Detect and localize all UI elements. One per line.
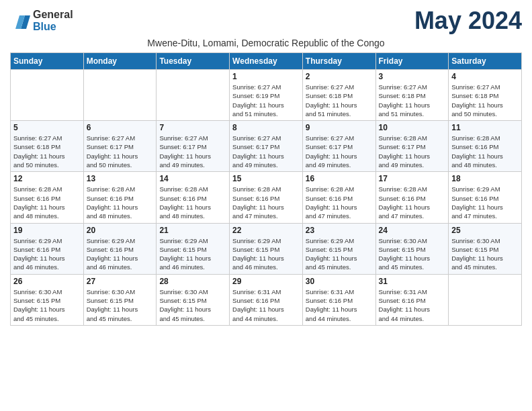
calendar-cell: 5Sunrise: 6:27 AM Sunset: 6:18 PM Daylig… (11, 121, 84, 172)
calendar-week-5: 26Sunrise: 6:30 AM Sunset: 6:15 PM Dayli… (11, 274, 522, 325)
day-number: 7 (159, 123, 226, 132)
day-info: Sunrise: 6:28 AM Sunset: 6:16 PM Dayligh… (306, 185, 373, 220)
day-info: Sunrise: 6:31 AM Sunset: 6:16 PM Dayligh… (379, 287, 446, 323)
day-number: 26 (13, 277, 81, 286)
logo-icon (10, 13, 30, 29)
month-title: May 2024 (414, 7, 522, 35)
calendar-cell: 4Sunrise: 6:27 AM Sunset: 6:18 PM Daylig… (449, 70, 522, 121)
calendar-cell: 22Sunrise: 6:29 AM Sunset: 6:15 PM Dayli… (230, 223, 303, 274)
weekday-header-wednesday: Wednesday (230, 53, 303, 70)
day-number: 22 (232, 226, 300, 235)
weekday-header-friday: Friday (375, 53, 449, 70)
calendar-cell: 24Sunrise: 6:30 AM Sunset: 6:15 PM Dayli… (375, 223, 449, 274)
weekday-header-thursday: Thursday (302, 53, 375, 70)
day-number: 17 (379, 174, 446, 183)
weekday-header-sunday: Sunday (11, 53, 84, 70)
day-info: Sunrise: 6:28 AM Sunset: 6:16 PM Dayligh… (87, 185, 154, 220)
day-number: 1 (232, 72, 300, 81)
weekday-header-monday: Monday (83, 53, 157, 70)
calendar-week-2: 5Sunrise: 6:27 AM Sunset: 6:18 PM Daylig… (11, 121, 522, 172)
calendar-cell: 9Sunrise: 6:27 AM Sunset: 6:17 PM Daylig… (302, 121, 375, 172)
day-info: Sunrise: 6:30 AM Sunset: 6:15 PM Dayligh… (159, 287, 226, 323)
day-number: 6 (87, 123, 154, 132)
day-number: 18 (451, 174, 519, 183)
day-number: 3 (379, 72, 446, 81)
day-info: Sunrise: 6:27 AM Sunset: 6:18 PM Dayligh… (379, 83, 446, 118)
calendar-cell: 17Sunrise: 6:28 AM Sunset: 6:16 PM Dayli… (375, 172, 449, 223)
day-number: 21 (159, 226, 226, 235)
day-number: 23 (306, 226, 373, 235)
day-number: 12 (13, 174, 81, 183)
day-number: 27 (87, 277, 154, 286)
calendar-subtitle: Mwene-Ditu, Lomami, Democratic Republic … (10, 38, 522, 48)
day-info: Sunrise: 6:30 AM Sunset: 6:15 PM Dayligh… (451, 236, 519, 272)
day-number: 20 (87, 226, 154, 235)
day-info: Sunrise: 6:28 AM Sunset: 6:16 PM Dayligh… (451, 134, 519, 169)
day-number: 14 (159, 174, 226, 183)
day-info: Sunrise: 6:27 AM Sunset: 6:18 PM Dayligh… (13, 134, 81, 169)
logo: General Blue (10, 9, 73, 33)
day-number: 4 (451, 72, 519, 81)
calendar-cell: 1Sunrise: 6:27 AM Sunset: 6:19 PM Daylig… (230, 70, 303, 121)
day-info: Sunrise: 6:27 AM Sunset: 6:17 PM Dayligh… (159, 134, 226, 169)
weekday-header-row: SundayMondayTuesdayWednesdayThursdayFrid… (11, 53, 522, 70)
calendar-cell: 20Sunrise: 6:29 AM Sunset: 6:16 PM Dayli… (83, 223, 157, 274)
calendar-cell: 28Sunrise: 6:30 AM Sunset: 6:15 PM Dayli… (157, 274, 230, 325)
day-info: Sunrise: 6:27 AM Sunset: 6:17 PM Dayligh… (87, 134, 154, 169)
day-number: 25 (451, 226, 519, 235)
calendar-cell: 12Sunrise: 6:28 AM Sunset: 6:16 PM Dayli… (11, 172, 84, 223)
calendar-cell: 7Sunrise: 6:27 AM Sunset: 6:17 PM Daylig… (157, 121, 230, 172)
day-number: 2 (306, 72, 373, 81)
day-info: Sunrise: 6:27 AM Sunset: 6:18 PM Dayligh… (451, 83, 519, 118)
weekday-header-saturday: Saturday (449, 53, 522, 70)
calendar-cell: 3Sunrise: 6:27 AM Sunset: 6:18 PM Daylig… (375, 70, 449, 121)
day-info: Sunrise: 6:29 AM Sunset: 6:15 PM Dayligh… (306, 236, 373, 272)
day-number: 10 (379, 123, 446, 132)
day-info: Sunrise: 6:27 AM Sunset: 6:19 PM Dayligh… (232, 83, 300, 118)
day-number: 31 (379, 277, 446, 286)
day-info: Sunrise: 6:28 AM Sunset: 6:16 PM Dayligh… (232, 185, 300, 220)
weekday-header-tuesday: Tuesday (157, 53, 230, 70)
day-info: Sunrise: 6:31 AM Sunset: 6:16 PM Dayligh… (306, 287, 373, 323)
day-info: Sunrise: 6:29 AM Sunset: 6:15 PM Dayligh… (232, 236, 300, 272)
day-info: Sunrise: 6:27 AM Sunset: 6:17 PM Dayligh… (232, 134, 300, 169)
day-info: Sunrise: 6:30 AM Sunset: 6:15 PM Dayligh… (87, 287, 154, 323)
calendar-week-1: 1Sunrise: 6:27 AM Sunset: 6:19 PM Daylig… (11, 70, 522, 121)
calendar-cell: 25Sunrise: 6:30 AM Sunset: 6:15 PM Dayli… (449, 223, 522, 274)
day-number: 9 (306, 123, 373, 132)
day-number: 29 (232, 277, 300, 286)
calendar-body: 1Sunrise: 6:27 AM Sunset: 6:19 PM Daylig… (11, 70, 522, 326)
day-info: Sunrise: 6:31 AM Sunset: 6:16 PM Dayligh… (232, 287, 300, 323)
day-info: Sunrise: 6:29 AM Sunset: 6:16 PM Dayligh… (13, 236, 81, 272)
calendar-cell: 14Sunrise: 6:28 AM Sunset: 6:16 PM Dayli… (157, 172, 230, 223)
calendar-cell: 15Sunrise: 6:28 AM Sunset: 6:16 PM Dayli… (230, 172, 303, 223)
calendar-cell: 6Sunrise: 6:27 AM Sunset: 6:17 PM Daylig… (83, 121, 157, 172)
calendar-cell: 11Sunrise: 6:28 AM Sunset: 6:16 PM Dayli… (449, 121, 522, 172)
calendar-cell: 16Sunrise: 6:28 AM Sunset: 6:16 PM Dayli… (302, 172, 375, 223)
day-info: Sunrise: 6:30 AM Sunset: 6:15 PM Dayligh… (379, 236, 446, 272)
calendar-cell: 29Sunrise: 6:31 AM Sunset: 6:16 PM Dayli… (230, 274, 303, 325)
day-info: Sunrise: 6:27 AM Sunset: 6:18 PM Dayligh… (306, 83, 373, 118)
day-number: 11 (451, 123, 519, 132)
calendar-table: SundayMondayTuesdayWednesdayThursdayFrid… (10, 52, 522, 326)
calendar-cell (83, 70, 157, 121)
calendar-cell (11, 70, 84, 121)
calendar-cell: 31Sunrise: 6:31 AM Sunset: 6:16 PM Dayli… (375, 274, 449, 325)
calendar-cell: 8Sunrise: 6:27 AM Sunset: 6:17 PM Daylig… (230, 121, 303, 172)
logo-blue: Blue (33, 21, 56, 32)
calendar-cell (157, 70, 230, 121)
day-number: 5 (13, 123, 81, 132)
calendar-cell: 23Sunrise: 6:29 AM Sunset: 6:15 PM Dayli… (302, 223, 375, 274)
day-info: Sunrise: 6:28 AM Sunset: 6:17 PM Dayligh… (379, 134, 446, 169)
calendar-cell: 21Sunrise: 6:29 AM Sunset: 6:15 PM Dayli… (157, 223, 230, 274)
calendar-cell: 30Sunrise: 6:31 AM Sunset: 6:16 PM Dayli… (302, 274, 375, 325)
calendar-cell: 13Sunrise: 6:28 AM Sunset: 6:16 PM Dayli… (83, 172, 157, 223)
day-info: Sunrise: 6:28 AM Sunset: 6:16 PM Dayligh… (159, 185, 226, 220)
day-info: Sunrise: 6:29 AM Sunset: 6:16 PM Dayligh… (87, 236, 154, 272)
day-info: Sunrise: 6:30 AM Sunset: 6:15 PM Dayligh… (13, 287, 81, 323)
calendar-cell (449, 274, 522, 325)
logo-text: General Blue (33, 9, 73, 33)
page-header: General Blue May 2024 (10, 7, 522, 35)
calendar-header: SundayMondayTuesdayWednesdayThursdayFrid… (11, 53, 522, 70)
calendar-cell: 18Sunrise: 6:29 AM Sunset: 6:16 PM Dayli… (449, 172, 522, 223)
